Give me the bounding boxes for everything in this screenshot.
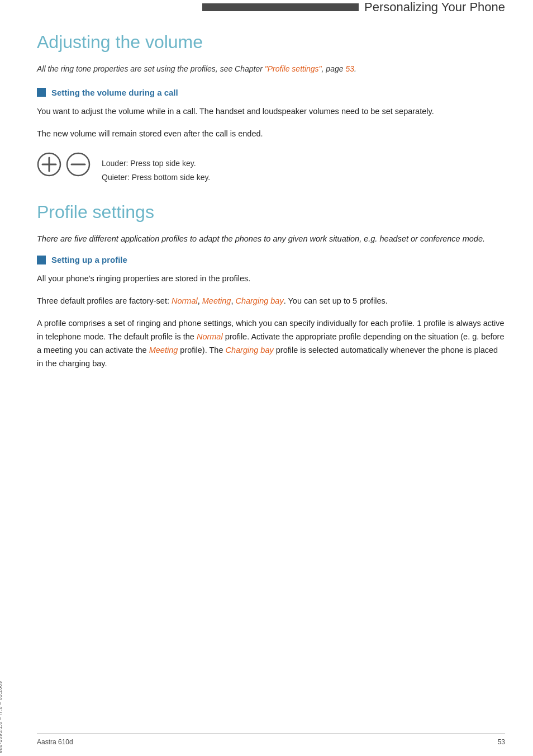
intro-prefix: All the ring tone properties are set usi…: [37, 64, 265, 73]
section1-para2: The new volume will remain stored even a…: [37, 127, 505, 141]
section2-para3: A profile comprises a set of ringing and…: [37, 317, 505, 371]
blue-square-icon-2: [37, 256, 46, 264]
intro-page: 53: [345, 64, 354, 73]
section2-para2: Three default profiles are factory-set: …: [37, 295, 505, 308]
normal-label: Normal: [172, 296, 198, 305]
page-title: Personalizing Your Phone: [364, 0, 505, 15]
quieter-label: Quieter: Press bottom side key.: [102, 171, 210, 185]
para2-start: Three default profiles are factory-set:: [37, 296, 172, 305]
header-bar-line: [202, 3, 359, 11]
volume-icons-row: Louder: Press top side key. Quieter: Pre…: [37, 152, 505, 185]
section2-para1: All your phone's ringing properties are …: [37, 272, 505, 286]
main-content: Personalizing Your Phone Adjusting the v…: [20, 0, 533, 756]
charging-bay2-label: Charging bay: [225, 346, 273, 355]
chapter1-intro: All the ring tone properties are set usi…: [37, 63, 505, 75]
charging-bay-label: Charging bay: [235, 296, 283, 305]
volume-icons: [37, 152, 91, 177]
comma1: ,: [198, 296, 202, 305]
section1-para1: You want to adjust the volume while in a…: [37, 105, 505, 119]
intro-end: .: [354, 64, 356, 73]
quieter-icon: [66, 152, 91, 177]
meeting-label: Meeting: [202, 296, 231, 305]
intro-suffix: , page: [322, 64, 346, 73]
side-margin: eud-1093/1.0 – I7.8 – 05.2009: [0, 0, 20, 756]
side-margin-text: eud-1093/1.0 – I7.8 – 05.2009: [0, 641, 3, 753]
volume-labels: Louder: Press top side key. Quieter: Pre…: [102, 152, 210, 185]
normal2-label: Normal: [197, 332, 223, 341]
section1-heading-block: Setting the volume during a call: [37, 88, 505, 97]
section2-heading: Setting up a profile: [51, 255, 127, 264]
chapter2-title: Profile settings: [37, 201, 505, 223]
intro-link: "Profile settings": [265, 64, 322, 73]
section1-heading: Setting the volume during a call: [51, 88, 178, 97]
para2-end: . You can set up to 5 profiles.: [284, 296, 388, 305]
para3-mid2: profile). The: [178, 346, 225, 355]
header-bar: Personalizing Your Phone: [37, 0, 505, 15]
louder-label: Louder: Press top side key.: [102, 157, 210, 171]
chapter2-intro: There are five different application pro…: [37, 233, 505, 246]
chapter1-title: Adjusting the volume: [37, 31, 505, 53]
footer-page-number: 53: [498, 738, 505, 746]
section2-heading-block: Setting up a profile: [37, 255, 505, 264]
meeting2-label: Meeting: [149, 346, 178, 355]
blue-square-icon: [37, 88, 46, 97]
footer-product: Aastra 610d: [37, 738, 73, 746]
louder-icon: [37, 152, 61, 177]
page-footer: Aastra 610d 53: [37, 733, 505, 746]
